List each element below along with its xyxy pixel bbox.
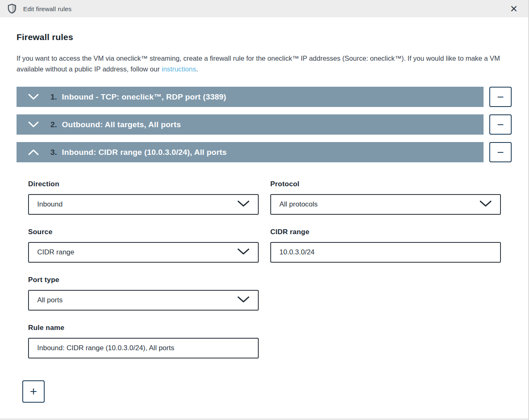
rule-title: Outbound: All targets, All ports <box>62 120 181 129</box>
bottom-edge-strip <box>0 418 528 420</box>
port-type-value: All ports <box>37 296 62 304</box>
rule-row-3: 3. Inbound: CIDR range (10.0.3.0/24), Al… <box>17 142 512 162</box>
add-rule-button[interactable]: + <box>22 380 45 403</box>
chevron-down-icon <box>237 296 250 305</box>
source-field: Source CIDR range <box>28 228 259 263</box>
edit-firewall-rules-window: { "titlebar": { "title": "Edit firewall … <box>0 0 529 420</box>
protocol-value: All protocols <box>279 200 318 209</box>
rule-header-1[interactable]: 1. Inbound - TCP: oneclick™, RDP port (3… <box>17 87 484 107</box>
rule-row-2: 2. Outbound: All targets, All ports − <box>17 114 512 135</box>
rule-name-field: Rule name <box>28 324 259 358</box>
intro-text-before-link: If you want to access the VM via oneclic… <box>17 55 500 73</box>
source-value: CIDR range <box>37 248 74 256</box>
close-icon[interactable]: × <box>507 5 521 13</box>
chevron-down-icon <box>28 121 39 128</box>
direction-value: Inbound <box>37 200 62 209</box>
port-type-label: Port type <box>28 276 259 284</box>
cidr-range-field: CIDR range <box>270 228 501 263</box>
rule-title: Inbound: CIDR range (10.0.3.0/24), All p… <box>62 148 227 157</box>
port-type-field: Port type All ports <box>28 276 259 311</box>
rule-header-2[interactable]: 2. Outbound: All targets, All ports <box>17 114 484 135</box>
protocol-select[interactable]: All protocols <box>270 194 501 215</box>
chevron-up-icon <box>28 149 39 155</box>
chevron-down-icon <box>28 94 39 100</box>
port-type-select[interactable]: All ports <box>28 290 259 311</box>
chevron-down-icon <box>479 200 492 209</box>
cidr-range-label: CIDR range <box>270 228 501 236</box>
direction-field: Direction Inbound <box>28 180 259 215</box>
source-label: Source <box>28 228 259 236</box>
source-select[interactable]: CIDR range <box>28 242 259 263</box>
window-title: Edit firewall rules <box>23 5 71 12</box>
remove-rule-button-1[interactable]: − <box>489 87 512 107</box>
rule-number: 3. <box>50 148 57 157</box>
rule-number: 1. <box>50 93 57 102</box>
protocol-label: Protocol <box>270 180 501 188</box>
chevron-down-icon <box>237 248 250 257</box>
intro-text-after-link: . <box>196 65 198 73</box>
rule-header-3[interactable]: 3. Inbound: CIDR range (10.0.3.0/24), Al… <box>17 142 484 162</box>
rule-name-input[interactable] <box>28 338 259 358</box>
remove-rule-button-2[interactable]: − <box>489 114 512 135</box>
cidr-range-input[interactable] <box>270 242 501 263</box>
shield-icon <box>7 4 17 14</box>
direction-label: Direction <box>28 180 259 188</box>
rules-list: 1. Inbound - TCP: oneclick™, RDP port (3… <box>17 87 512 162</box>
page-title: Firewall rules <box>17 32 512 42</box>
chevron-down-icon <box>237 200 250 209</box>
remove-rule-button-3[interactable]: − <box>489 142 512 162</box>
rule-form: Direction Inbound Protocol All protocols <box>28 180 512 358</box>
protocol-field: Protocol All protocols <box>270 180 501 215</box>
titlebar: Edit firewall rules × <box>0 0 528 17</box>
rule-number: 2. <box>50 120 57 129</box>
instructions-link[interactable]: instructions <box>162 65 196 73</box>
intro-text: If you want to access the VM via oneclic… <box>17 53 512 74</box>
rule-name-label: Rule name <box>28 324 259 332</box>
rule-row-1: 1. Inbound - TCP: oneclick™, RDP port (3… <box>17 87 512 107</box>
direction-select[interactable]: Inbound <box>28 194 259 215</box>
dialog-content: Firewall rules If you want to access the… <box>0 32 528 403</box>
rule-title: Inbound - TCP: oneclick™, RDP port (3389… <box>62 93 226 102</box>
